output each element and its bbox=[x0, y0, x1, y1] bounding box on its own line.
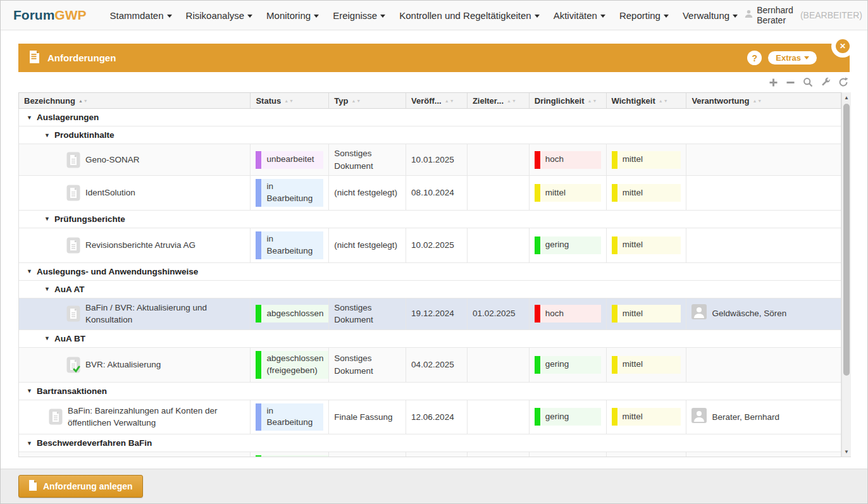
status-badge: mittel bbox=[535, 184, 601, 202]
column-label: Status bbox=[256, 96, 281, 106]
remove-button[interactable] bbox=[786, 78, 795, 90]
nav-item-aktivit-ten[interactable]: Aktivitäten bbox=[554, 10, 605, 21]
group-row[interactable]: ▼Produktinhalte bbox=[19, 126, 841, 144]
document-icon bbox=[49, 409, 63, 425]
group-row[interactable]: ▼Prüfungsberichte bbox=[19, 211, 841, 228]
status-badge: unbearbeitet bbox=[256, 151, 323, 169]
status-badge: gering bbox=[535, 408, 601, 426]
column-label: Bezeichnung bbox=[24, 96, 75, 106]
table-row[interactable]: BaFin / BVR: Aktualisierung und Konsulta… bbox=[19, 298, 841, 330]
column-label: Zielter... bbox=[473, 96, 504, 106]
status-badge: mittel bbox=[612, 408, 681, 426]
collapse-icon[interactable]: ▼ bbox=[27, 440, 32, 446]
status-badge: mittel bbox=[612, 151, 681, 169]
table-row[interactable]: BaFin: Bareinzahlungen auf Konten der öf… bbox=[19, 400, 841, 435]
group-row[interactable]: ▼AuA BT bbox=[19, 330, 841, 348]
group-row[interactable]: ▼Bartransaktionen bbox=[19, 383, 841, 400]
table-row[interactable]: Revisionsberichte Atruvia AGin Bearbeitu… bbox=[19, 228, 841, 263]
group-row[interactable]: ▼Auslagerungen bbox=[19, 109, 841, 126]
type-value: Finale Fassung bbox=[334, 411, 392, 424]
collapse-icon[interactable]: ▼ bbox=[27, 114, 32, 121]
app-logo[interactable]: ForumGWP bbox=[13, 8, 87, 23]
published-date: 08.10.2024 bbox=[411, 187, 454, 199]
settings-button[interactable] bbox=[821, 77, 831, 90]
owner-name: Geldwäsche, Sören bbox=[712, 307, 786, 320]
column-header-zielter-[interactable]: Zielter...▲▼ bbox=[468, 93, 530, 108]
document-icon bbox=[28, 50, 40, 66]
close-button[interactable]: ✕ bbox=[836, 39, 850, 53]
table-row[interactable]: BVR: Aktualisierungabgeschlossen (freige… bbox=[19, 348, 841, 383]
status-badge: abgeschlossen bbox=[256, 305, 323, 323]
column-header-typ[interactable]: Typ▲▼ bbox=[329, 93, 406, 108]
group-label: Auslegungs- und Anwendungshinweise bbox=[37, 267, 198, 276]
group-row[interactable]: ▼Auslegungs- und Anwendungshinweise bbox=[19, 263, 841, 281]
chevron-down-icon bbox=[167, 15, 172, 18]
requirement-label: Geno-SONAR bbox=[85, 154, 140, 166]
application-window: ForumGWP StammdatenRisikoanalyseMonitori… bbox=[0, 0, 868, 504]
collapse-icon[interactable]: ▼ bbox=[44, 216, 50, 222]
status-badge: mittel bbox=[612, 184, 681, 202]
create-requirement-button[interactable]: Anforderung anlegen bbox=[18, 475, 143, 498]
sort-icon: ▲▼ bbox=[351, 99, 361, 103]
group-label: Produktinhalte bbox=[54, 130, 115, 140]
refresh-icon bbox=[838, 77, 848, 90]
table-header-row: Bezeichnung▲▼Status▲▼Typ▲▼Veröff...▲▼Zie… bbox=[18, 92, 841, 109]
chevron-down-icon bbox=[380, 15, 385, 18]
status-badge: gering bbox=[535, 356, 601, 374]
sort-icon: ▲▼ bbox=[507, 99, 517, 103]
help-button[interactable]: ? bbox=[747, 51, 762, 65]
status-badge: in Bearbeitung bbox=[256, 179, 323, 207]
scroll-up-button[interactable]: ▲ bbox=[842, 93, 851, 102]
column-header-dringlichkeit[interactable]: Dringlichkeit▲▼ bbox=[530, 93, 607, 108]
group-row[interactable]: ▼AuA AT bbox=[19, 281, 841, 298]
sort-icon: ▲▼ bbox=[752, 99, 762, 103]
user-role: (BEARBEITER) bbox=[800, 10, 862, 20]
table-row[interactable]: BVR: BaFin-Prozess für Beschwerden bei b… bbox=[19, 452, 841, 457]
avatar bbox=[691, 304, 707, 323]
scrollbar-thumb[interactable] bbox=[843, 104, 850, 376]
table-scrollbar[interactable]: ▲ ▼ bbox=[841, 92, 851, 457]
group-row[interactable]: ▼Beschwerdeverfahren BaFin bbox=[19, 434, 841, 452]
nav-item-label: Risikoanalyse bbox=[186, 10, 245, 21]
nav-item-label: Kontrollen und Regeltätigkeiten bbox=[399, 10, 531, 21]
collapse-icon[interactable]: ▼ bbox=[44, 286, 50, 292]
nav-item-reporting[interactable]: Reporting bbox=[619, 10, 669, 21]
owner-name: Berater, Bernhard bbox=[712, 411, 779, 424]
document-check-icon bbox=[66, 357, 80, 373]
nav-item-risikoanalyse[interactable]: Risikoanalyse bbox=[186, 10, 253, 21]
scroll-down-button[interactable]: ▼ bbox=[842, 447, 851, 456]
column-header-verantwortung[interactable]: Verantwortung▲▼ bbox=[686, 93, 841, 108]
requirement-label: IdentSolution bbox=[85, 187, 135, 199]
chevron-down-icon bbox=[247, 15, 252, 18]
column-label: Wichtigkeit bbox=[612, 96, 655, 106]
group-label: AuA BT bbox=[54, 334, 85, 343]
nav-item-monitoring[interactable]: Monitoring bbox=[266, 10, 319, 21]
type-value: Sonstiges Dokument bbox=[334, 147, 400, 172]
nav-item-kontrollen-und-regelt-tigkeiten[interactable]: Kontrollen und Regeltätigkeiten bbox=[399, 10, 539, 21]
nav-item-ereignisse[interactable]: Ereignisse bbox=[333, 10, 385, 21]
collapse-icon[interactable]: ▼ bbox=[27, 268, 32, 274]
column-header-ver-ff-[interactable]: Veröff...▲▼ bbox=[406, 93, 468, 108]
group-label: Auslagerungen bbox=[37, 113, 99, 122]
nav-item-stammdaten[interactable]: Stammdaten bbox=[110, 10, 172, 21]
table-row[interactable]: Geno-SONARunbearbeitetSonstiges Dokument… bbox=[19, 144, 841, 176]
collapse-icon[interactable]: ▼ bbox=[27, 388, 32, 394]
column-header-status[interactable]: Status▲▼ bbox=[251, 93, 329, 108]
nav-item-label: Aktivitäten bbox=[554, 10, 597, 21]
document-icon bbox=[28, 480, 37, 493]
extras-button[interactable]: Extras bbox=[768, 51, 817, 65]
close-button-notch: ✕ bbox=[831, 35, 854, 58]
refresh-button[interactable] bbox=[838, 77, 848, 90]
collapse-icon[interactable]: ▼ bbox=[44, 132, 50, 138]
collapse-icon[interactable]: ▼ bbox=[44, 335, 50, 341]
nav-item-verwaltung[interactable]: Verwaltung bbox=[683, 10, 738, 21]
module-header-actions: ? Extras bbox=[747, 51, 817, 65]
search-button[interactable] bbox=[803, 77, 813, 90]
user-menu[interactable]: Bernhard Berater (BEARBEITER) bbox=[745, 5, 868, 25]
table-row[interactable]: IdentSolutionin Bearbeitung(nicht festge… bbox=[19, 176, 841, 211]
column-header-bezeichnung[interactable]: Bezeichnung▲▼ bbox=[19, 93, 251, 108]
column-header-wichtigkeit[interactable]: Wichtigkeit▲▼ bbox=[607, 93, 687, 108]
column-label: Veröff... bbox=[411, 96, 442, 106]
document-icon bbox=[66, 237, 80, 254]
add-button[interactable] bbox=[769, 78, 778, 90]
